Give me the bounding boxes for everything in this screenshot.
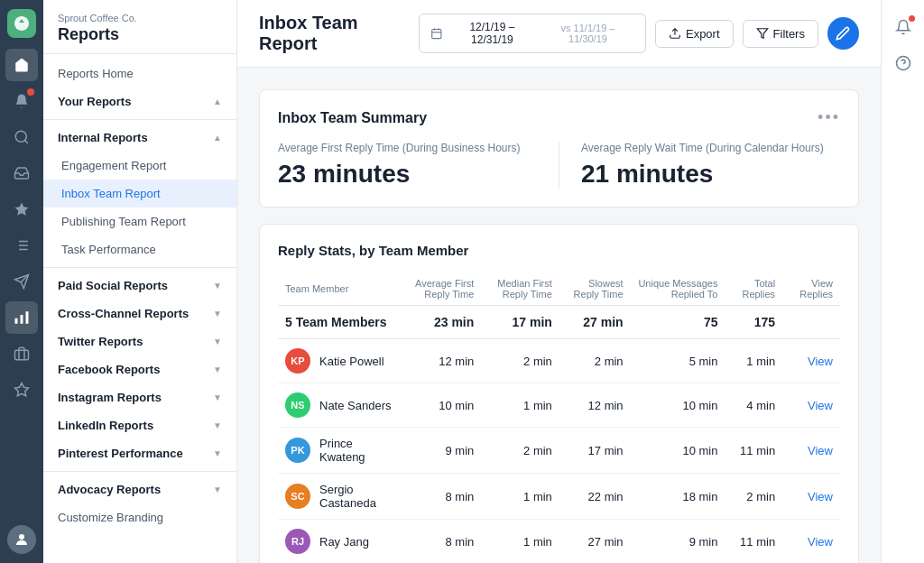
inbox-icon[interactable]	[5, 157, 38, 189]
summary-total: 175	[725, 306, 782, 339]
sidebar-item-publishing-team-report[interactable]: Publishing Team Report	[43, 208, 236, 235]
sidebar-item-reports-home[interactable]: Reports Home	[43, 60, 236, 88]
chevron-down-icon-3: ▼	[213, 337, 222, 346]
chevron-down-icon-1: ▼	[213, 281, 222, 291]
avatar-4: RJ	[285, 529, 310, 554]
company-name: Sprout Coffee Co.	[58, 13, 222, 23]
member-name-2: Prince Kwateng	[319, 437, 392, 464]
sidebar-item-cross-channel[interactable]: Cross-Channel Reports ▼	[43, 300, 236, 328]
home-icon[interactable]	[5, 49, 38, 81]
sidebar-item-twitter[interactable]: Twitter Reports ▼	[43, 328, 236, 355]
member-name-0: Katie Powell	[319, 355, 384, 368]
avg-first-4: 8 min	[399, 520, 481, 564]
search-icon[interactable]	[5, 121, 38, 153]
chevron-up-icon: ▲	[213, 97, 222, 106]
metric-avg-wait-time: Average Reply Wait Time (During Calendar…	[559, 142, 840, 189]
star-icon[interactable]	[5, 374, 38, 406]
compose-icon[interactable]	[5, 229, 38, 262]
briefcase-icon[interactable]	[5, 337, 38, 370]
more-options-button[interactable]: •••	[818, 108, 840, 127]
notifications-icon[interactable]	[5, 85, 38, 117]
col-header-median-first: Median First Reply Time	[481, 272, 559, 306]
vs-date: vs 11/1/19 – 11/30/19	[541, 23, 634, 44]
right-notif-dot	[909, 15, 915, 22]
right-notifications-icon[interactable]	[887, 11, 919, 43]
chevron-down-icon-2: ▼	[213, 309, 222, 318]
chevron-down-icon-4: ▼	[213, 365, 222, 374]
svg-rect-11	[15, 318, 18, 324]
metric2-value: 21 minutes	[581, 160, 840, 189]
median-first-4: 1 min	[481, 520, 559, 564]
col-header-avg-first: Average First Reply Time	[399, 272, 481, 306]
nav-title: Reports	[58, 25, 222, 44]
slowest-3: 22 min	[559, 474, 631, 520]
chevron-down-icon-5: ▼	[213, 392, 222, 402]
filters-button[interactable]: Filters	[743, 20, 818, 48]
svg-marker-20	[757, 29, 768, 39]
analytics-icon[interactable]	[5, 301, 38, 334]
app-logo	[7, 9, 36, 38]
sidebar-item-engagement-report[interactable]: Engagement Report	[43, 152, 236, 180]
view-link-2[interactable]: View	[782, 428, 840, 474]
chevron-down-icon-8: ▼	[213, 485, 222, 494]
export-button[interactable]: Export	[655, 20, 734, 48]
total-2: 11 min	[725, 428, 782, 474]
summary-slowest: 27 min	[559, 306, 631, 339]
sidebar-item-your-reports[interactable]: Your Reports ▲	[43, 88, 236, 115]
sidebar-item-instagram[interactable]: Instagram Reports ▼	[43, 383, 236, 411]
avg-first-0: 12 min	[399, 339, 481, 383]
date-range-picker[interactable]: 12/1/19 – 12/31/19 vs 11/1/19 – 11/30/19	[419, 14, 646, 53]
svg-rect-15	[432, 29, 441, 38]
member-cell-0: KP Katie Powell	[278, 339, 399, 383]
send-icon[interactable]	[5, 265, 38, 298]
table-row: RJ Ray Jang 8 min 1 min 27 min 9 min 11 …	[278, 520, 840, 564]
sidebar-item-facebook[interactable]: Facebook Reports ▼	[43, 355, 236, 383]
slowest-4: 27 min	[559, 520, 631, 564]
unique-4: 9 min	[631, 520, 725, 564]
sidebar-item-task-performance[interactable]: Task Performance	[43, 235, 236, 263]
avatar-2: PK	[285, 438, 310, 463]
slowest-0: 2 min	[559, 339, 631, 383]
table-header-row: Team Member Average First Reply Time Med…	[278, 272, 840, 306]
right-help-icon[interactable]	[887, 47, 919, 79]
sidebar-item-linkedin[interactable]: LinkedIn Reports ▼	[43, 411, 236, 439]
create-button[interactable]	[827, 17, 859, 50]
unique-2: 10 min	[631, 428, 725, 474]
summary-metrics: Average First Reply Time (During Busines…	[278, 142, 840, 189]
summary-label: 5 Team Members	[278, 306, 399, 339]
summary-view	[782, 306, 840, 339]
avatar-1: NS	[285, 392, 310, 418]
total-1: 4 min	[725, 383, 782, 428]
table-title: Reply Stats, by Team Member	[278, 243, 840, 258]
svg-point-14	[19, 534, 24, 540]
sidebar-item-advocacy[interactable]: Advocacy Reports ▼	[43, 475, 236, 503]
member-cell-2: PK Prince Kwateng	[278, 428, 399, 474]
sidebar-item-internal-reports[interactable]: Internal Reports ▲	[43, 124, 236, 152]
date-range-value: 12/1/19 – 12/31/19	[448, 21, 536, 46]
col-header-slowest: Slowest Reply Time	[559, 272, 631, 306]
sidebar-item-pinterest[interactable]: Pinterest Performance ▼	[43, 439, 236, 467]
col-header-member: Team Member	[278, 272, 399, 306]
view-link-4[interactable]: View	[782, 520, 840, 564]
median-first-2: 2 min	[481, 428, 559, 474]
chevron-down-icon-6: ▼	[213, 420, 222, 430]
reply-stats-card: Reply Stats, by Team Member Team Member …	[259, 224, 859, 563]
nav-sidebar: Sprout Coffee Co. Reports Reports Home Y…	[43, 0, 237, 563]
table-row: NS Nate Sanders 10 min 1 min 12 min 10 m…	[278, 383, 840, 428]
view-link-1[interactable]: View	[782, 383, 840, 428]
svg-marker-13	[15, 383, 29, 396]
avatar-0: KP	[285, 348, 310, 374]
sidebar-item-paid-social[interactable]: Paid Social Reports ▼	[43, 272, 236, 300]
member-cell-1: NS Nate Sanders	[278, 383, 399, 428]
view-link-0[interactable]: View	[782, 339, 840, 383]
sidebar-item-customize-branding[interactable]: Customize Branding	[43, 503, 236, 531]
summary-median-first: 17 min	[481, 306, 559, 339]
unique-0: 5 min	[631, 339, 725, 383]
sidebar-item-inbox-team-report[interactable]: Inbox Team Report	[43, 180, 236, 208]
avatar-3: SC	[285, 484, 310, 509]
user-avatar[interactable]	[7, 525, 36, 554]
summary-avg-first: 23 min	[399, 306, 481, 339]
pin-icon[interactable]	[5, 193, 38, 226]
total-0: 1 min	[725, 339, 782, 383]
view-link-3[interactable]: View	[782, 474, 840, 520]
